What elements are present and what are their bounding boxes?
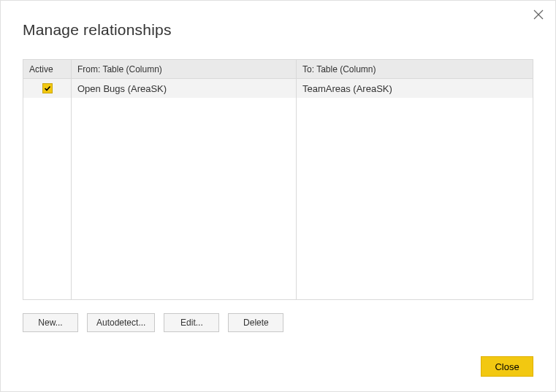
close-icon[interactable] [532,8,545,21]
new-button[interactable]: New... [23,313,78,332]
header-active[interactable]: Active [23,60,72,78]
table-row-to-cell[interactable]: TeamAreas (AreaSK) [297,79,533,98]
delete-button[interactable]: Delete [228,313,283,332]
header-to[interactable]: To: Table (Column) [297,60,533,78]
manage-relationships-dialog: Manage relationships Active From: Table … [0,0,556,392]
table-header-row: Active From: Table (Column) To: Table (C… [23,60,533,79]
column-from: Open Bugs (AreaSK) [72,79,297,299]
edit-button[interactable]: Edit... [164,313,219,332]
relationships-table: Active From: Table (Column) To: Table (C… [23,59,533,300]
table-body: Open Bugs (AreaSK) TeamAreas (AreaSK) [23,79,533,299]
active-checkbox[interactable] [42,83,53,93]
dialog-title: Manage relationships [23,21,555,39]
action-buttons: New... Autodetect... Edit... Delete [23,313,533,332]
dialog-footer: Close [481,356,533,377]
column-active [23,79,72,299]
table-row-active-cell[interactable] [23,79,71,98]
close-button[interactable]: Close [481,356,533,377]
header-from[interactable]: From: Table (Column) [72,60,297,78]
table-row-from-cell[interactable]: Open Bugs (AreaSK) [72,79,296,98]
autodetect-button[interactable]: Autodetect... [87,313,155,332]
column-to: TeamAreas (AreaSK) [297,79,533,299]
